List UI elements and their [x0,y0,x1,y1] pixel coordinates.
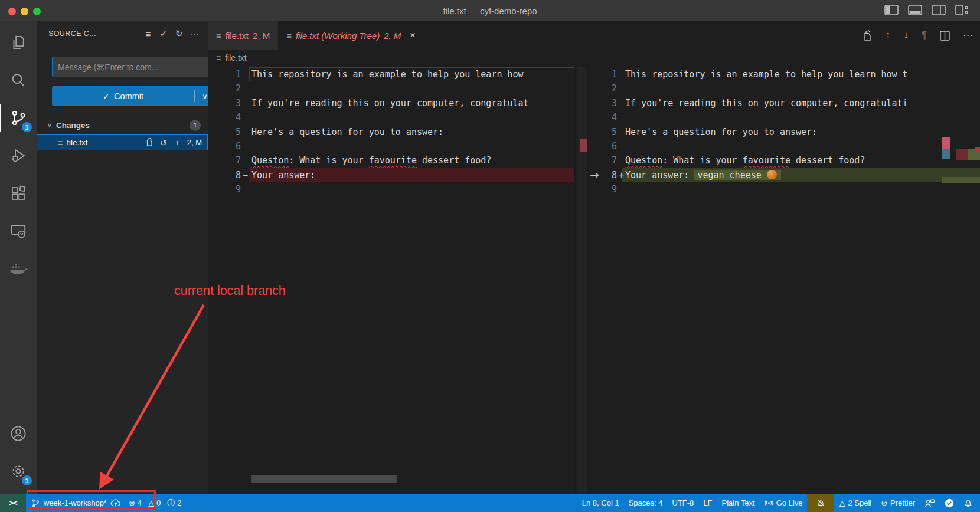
go-live-item[interactable]: Go Live [760,494,808,512]
code-text: Here's a question for you to answer: [249,125,587,139]
close-tab-icon[interactable]: × [410,30,415,41]
line-number: 1 [587,67,617,81]
code-text: Queston: What is your favourite dessert … [622,153,980,168]
code-text: If you're reading this on your computer,… [622,96,980,110]
added-line-sign: + [619,168,624,182]
indentation-item[interactable]: Spaces: 4 [624,494,668,512]
feedback-item[interactable] [920,494,940,512]
encoding-item[interactable]: UTF-8 [667,494,698,512]
refresh-icon[interactable]: ↻ [171,28,187,39]
errors-count: 4 [138,498,142,507]
toggle-whitespace-icon[interactable]: ¶ [922,29,927,41]
extension-status-item[interactable] [940,494,959,512]
line-number: 1 [208,67,241,81]
next-change-icon[interactable]: ↓ [903,29,909,41]
source-control-badge: 1 [22,122,32,132]
chevron-down-icon: ∨ [47,122,52,129]
commit-button[interactable]: ✓Commit ∨ [52,86,215,106]
status-bar: >< week-1-workshop* ⊗ 4 △ 0 ⓘ 2 Ln 8, Co… [0,494,980,512]
toggle-primary-sidebar-icon[interactable] [884,5,899,15]
view-as-list-icon[interactable]: ≡ [141,29,156,39]
check-icon: ✓ [103,91,110,101]
code-line-right-7[interactable]: 7Queston: What is your favourite dessert… [587,153,980,168]
code-line-right-4[interactable]: 4 [587,110,980,124]
settings-gear-icon[interactable]: 1 [0,452,37,490]
accounts-icon[interactable] [0,415,37,452]
commit-message-input[interactable] [52,57,215,77]
misspelled-word: Queston [251,155,289,166]
toggle-panel-icon[interactable] [908,5,922,15]
explorer-icon[interactable] [0,24,37,61]
code-line-left-3[interactable]: 3If you're reading this on your computer… [208,96,587,110]
code-line-right-6[interactable]: 6 [587,139,980,153]
docker-icon[interactable] [0,250,37,288]
previous-change-icon[interactable]: ↑ [886,29,891,41]
open-file-icon[interactable] [142,138,156,147]
open-changes-icon[interactable] [862,30,873,41]
toggle-secondary-sidebar-icon[interactable] [932,5,946,15]
remote-explorer-icon[interactable] [0,212,37,250]
prettier-item[interactable]: ⊘ Prettier [876,494,920,512]
file-icon: ≡ [58,138,63,147]
minimize-window-button[interactable] [21,8,28,15]
code-line-left-4[interactable]: 4 [208,110,587,124]
run-debug-icon[interactable] [0,137,37,175]
branch-status-item[interactable]: week-1-workshop* [28,494,125,512]
line-number: 9 [208,182,241,196]
code-line-right-5[interactable]: 5Here's a question for you to answer: [587,125,980,139]
code-line-left-6[interactable]: 6 [208,139,587,153]
cursor-position-item[interactable]: Ln 8, Col 1 [577,494,624,512]
extensions-icon[interactable] [0,175,37,212]
close-window-button[interactable] [8,8,16,15]
code-line-left-5[interactable]: 5Here's a question for you to answer: [208,125,587,139]
eol-item[interactable]: LF [698,494,717,512]
line-number: 3 [587,96,617,110]
changed-file-row[interactable]: ≡ file.txt ↺ + 2, M [37,134,208,150]
code-text [622,81,980,96]
changes-section-header[interactable]: ∨ Changes 1 [37,118,208,132]
stage-changes-icon[interactable]: + [171,138,185,147]
zoom-window-button[interactable] [33,8,41,15]
muted-notifications-item[interactable] [807,494,834,512]
code-line-right-8[interactable]: 8+Your answer: vegan cheese 🥧 [587,168,980,182]
line-number: 6 [587,139,617,153]
code-line-left-9[interactable]: 9 [208,182,587,196]
customize-layout-icon[interactable] [955,5,969,15]
remote-indicator[interactable]: >< [0,494,26,512]
file-icon: ≡ [216,53,221,63]
discard-changes-icon[interactable]: ↺ [156,138,171,147]
line-number: 5 [587,125,617,139]
split-editor-icon[interactable] [940,31,950,41]
tab-file-txt-working-tree[interactable]: ≡ file.txt (Working Tree) 2, M × [278,21,424,50]
search-icon[interactable] [0,61,37,99]
source-control-icon[interactable]: 1 [0,99,37,137]
tab-file-txt[interactable]: ≡ file.txt 2, M [208,21,278,50]
left-pane-horizontal-scrollbar[interactable] [251,475,397,483]
language-mode-item[interactable]: Plain Text [717,494,759,512]
info-icon: ⓘ [167,498,175,508]
line-number: 2 [208,81,241,96]
problems-status-item[interactable]: ⊗ 4 △ 0 ⓘ 2 [125,494,190,512]
errors-icon: ⊗ [129,498,135,507]
line-number: 6 [208,139,241,153]
spell-checker-item[interactable]: △ 2 Spell [834,494,876,512]
changes-label: Changes [56,121,190,130]
code-line-right-3[interactable]: 3If you're reading this on your computer… [587,96,980,110]
code-line-left-8[interactable]: 8−Your answer: [208,168,587,182]
notifications-item[interactable] [959,494,980,512]
code-line-left-2[interactable]: 2 [208,81,587,96]
file-status-badge: 2, M [187,138,202,147]
more-actions-icon[interactable]: ··· [963,29,973,41]
breadcrumb[interactable]: ≡ file.txt [208,50,980,66]
code-line-right-2[interactable]: 2 [587,81,980,96]
code-line-right-9[interactable]: 9 [587,182,980,196]
overview-error-marker [942,137,950,149]
more-actions-icon[interactable]: ··· [187,29,202,39]
left-pane-scrollbar[interactable] [574,67,587,493]
code-line-left-7[interactable]: 7Queston: What is your favourite dessert… [208,153,587,168]
code-line-right-1[interactable]: 1This repository is an example to help y… [587,67,980,81]
commit-check-icon[interactable]: ✓ [156,28,171,39]
git-branch-icon [31,498,40,508]
code-line-left-1[interactable]: 1This repository is an example to help y… [208,67,587,81]
line-number: 9 [587,182,617,196]
